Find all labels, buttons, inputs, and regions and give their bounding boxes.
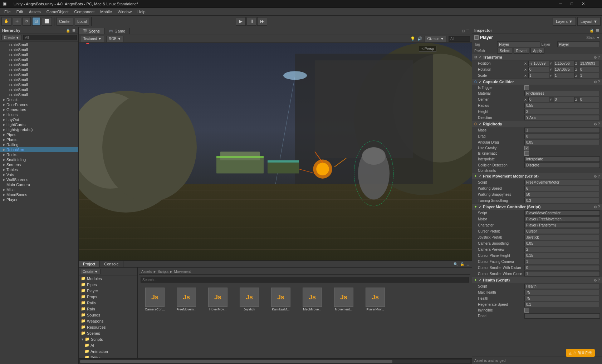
- transform-help[interactable]: ?: [598, 55, 600, 59]
- file-item-freemovement[interactable]: Js FreeMovem...: [172, 286, 201, 313]
- scale-tool[interactable]: ⊡: [32, 17, 40, 26]
- hierarchy-search[interactable]: [23, 35, 77, 40]
- list-item[interactable]: crateSmall: [0, 82, 78, 87]
- maximize-btn[interactable]: □: [571, 1, 573, 6]
- list-item[interactable]: crateSmall: [0, 92, 78, 97]
- dead-value[interactable]: [524, 313, 600, 319]
- mass-value[interactable]: 1: [524, 128, 600, 133]
- menu-component[interactable]: Component: [71, 9, 97, 15]
- hierarchy-item-moodboxes[interactable]: ▶MoodBoxes: [0, 192, 78, 197]
- capsule-settings[interactable]: ⚙: [594, 80, 597, 84]
- fmm-help[interactable]: ?: [598, 174, 600, 178]
- gizmos-dropdown[interactable]: Gizmos ▼: [425, 36, 446, 42]
- menu-edit[interactable]: Edit: [14, 9, 26, 15]
- list-item[interactable]: crateSmall: [0, 62, 78, 67]
- hierarchy-item-decals[interactable]: ▶Decals: [0, 97, 78, 102]
- hierarchy-item-wallscreens[interactable]: ▶WallScreens: [0, 177, 78, 182]
- project-file-search[interactable]: [141, 277, 469, 283]
- rotate-tool[interactable]: ↻: [23, 17, 31, 26]
- material-value[interactable]: Frictionless: [524, 91, 600, 96]
- hierarchy-item-hoses[interactable]: ▶Hoses: [0, 112, 78, 117]
- proj-tree-item-scripts[interactable]: ▼📁Scripts: [79, 336, 137, 342]
- camera-preview-value[interactable]: 2: [524, 247, 600, 252]
- rigidbody-settings[interactable]: ⚙: [594, 122, 597, 126]
- rgb-dropdown[interactable]: RGB ▼: [106, 36, 123, 42]
- cursor-smaller-distance-value[interactable]: 0: [524, 265, 600, 270]
- tag-value[interactable]: Player: [497, 41, 540, 47]
- direction-value[interactable]: Y-Axis: [524, 115, 600, 120]
- proj-tree-item[interactable]: 📁Player: [79, 288, 137, 294]
- cursor-facing-camera-value[interactable]: 1: [524, 259, 600, 264]
- menu-window[interactable]: Window: [115, 9, 134, 15]
- hierarchy-item-misc[interactable]: ▶Misc: [0, 187, 78, 192]
- hierarchy-item-player[interactable]: ▶Player: [0, 197, 78, 202]
- health-script-value[interactable]: Health: [524, 284, 600, 289]
- proj-tree-item[interactable]: 📁Rails: [79, 300, 137, 306]
- project-lock[interactable]: 🔒: [459, 262, 465, 266]
- drag-value[interactable]: 0: [524, 134, 600, 139]
- file-item-joystick[interactable]: Js Joystick: [235, 286, 264, 313]
- scene-search[interactable]: [449, 36, 470, 42]
- pos-x-val[interactable]: -7.180399: [528, 61, 549, 66]
- scene-menu[interactable]: ☰: [465, 29, 470, 33]
- hand-tool[interactable]: ✋: [1, 17, 11, 26]
- free-movement-header[interactable]: ✦ ✓ Free Movement Motor (Script) ⚙ ?: [472, 173, 602, 179]
- use-gravity-check[interactable]: ✓: [524, 146, 529, 150]
- move-tool[interactable]: ✛: [13, 17, 21, 26]
- pivot-btn[interactable]: Center: [57, 17, 73, 26]
- list-item[interactable]: crateSmall: [0, 72, 78, 77]
- file-item-hovermove[interactable]: Js HoverMov...: [204, 286, 232, 313]
- joystick-prefab-value[interactable]: Joystick: [524, 235, 600, 240]
- player-move-header[interactable]: ✦ ✓ Player Move Controller (Script) ⚙ ?: [472, 204, 602, 210]
- hierarchy-item-screens[interactable]: ▶Screens: [0, 162, 78, 167]
- proj-tree-item[interactable]: 📁Animation: [79, 348, 137, 354]
- scene-maximize[interactable]: ⊡: [461, 29, 465, 33]
- project-menu[interactable]: ☰: [466, 262, 470, 266]
- close-btn[interactable]: ✕: [582, 1, 585, 6]
- prefab-apply-btn[interactable]: Apply: [530, 48, 544, 54]
- pmc-help[interactable]: ?: [598, 205, 600, 209]
- interpolate-value[interactable]: Interpolate: [524, 156, 600, 162]
- proj-tree-item[interactable]: 📁Scenes: [79, 330, 137, 336]
- menu-help[interactable]: Help: [134, 9, 148, 15]
- invincible-check[interactable]: [524, 308, 529, 313]
- walking-speed-value[interactable]: 6: [524, 186, 600, 191]
- character-value[interactable]: Player (Transform): [524, 223, 600, 228]
- hierarchy-item-lights[interactable]: ▶Lights(prefabs): [0, 127, 78, 132]
- layer-value[interactable]: Player: [557, 41, 600, 47]
- hierarchy-item-lightcards[interactable]: ▶LightCards: [0, 122, 78, 127]
- cursor-plane-height-value[interactable]: 0.15: [524, 253, 600, 258]
- rot-y-val[interactable]: 107.0675: [554, 67, 574, 72]
- proj-tree-item[interactable]: 📁Props: [79, 294, 137, 300]
- health-header[interactable]: ✦ ✓ Health (Script) ⚙ ?: [472, 277, 602, 283]
- pmc-script-value[interactable]: PlayerMoveController: [524, 210, 600, 216]
- tab-scene[interactable]: 🎬 Scene: [79, 28, 104, 34]
- file-item-mechmove[interactable]: Js MechMove...: [298, 286, 327, 313]
- menu-gameobject[interactable]: GameObject: [44, 9, 72, 15]
- cursor-prefab-value[interactable]: Cursor: [524, 229, 600, 234]
- list-item[interactable]: crateSmall: [0, 57, 78, 62]
- file-item-movement[interactable]: Js Movement...: [329, 286, 358, 313]
- inspector-menu[interactable]: ☰: [595, 29, 600, 33]
- fmm-settings[interactable]: ⚙: [594, 174, 597, 178]
- is-kinematic-check[interactable]: [524, 151, 529, 156]
- proj-tree-item-sounds[interactable]: 📁Sounds: [79, 312, 137, 318]
- pos-z-val[interactable]: 13.99893: [579, 61, 600, 66]
- proj-tree-item[interactable]: 📁Rain: [79, 306, 137, 312]
- proj-tree-item[interactable]: 📁Pipes: [79, 281, 137, 288]
- prefab-revert-btn[interactable]: Revert: [514, 48, 529, 54]
- turning-smoothing-value[interactable]: 0.3: [524, 198, 600, 203]
- motor-value[interactable]: Player (FreeMovemen...: [524, 216, 600, 222]
- minimize-btn[interactable]: ─: [559, 1, 562, 6]
- file-item-playermove[interactable]: Js PlayerMov...: [361, 286, 390, 313]
- object-active-checkbox[interactable]: [474, 35, 479, 40]
- center-x[interactable]: 0: [528, 97, 549, 102]
- list-item[interactable]: crateSmall: [0, 77, 78, 82]
- list-item[interactable]: crateSmall: [0, 67, 78, 72]
- project-search-btn[interactable]: 🔍: [453, 262, 459, 266]
- transform-settings[interactable]: ⚙: [594, 55, 597, 59]
- layout-dropdown[interactable]: Layout ▼: [577, 17, 601, 26]
- tab-console[interactable]: Console: [100, 261, 123, 267]
- inspector-lock[interactable]: 🔒: [589, 29, 594, 33]
- proj-tree-item[interactable]: 📁Modules: [79, 275, 137, 281]
